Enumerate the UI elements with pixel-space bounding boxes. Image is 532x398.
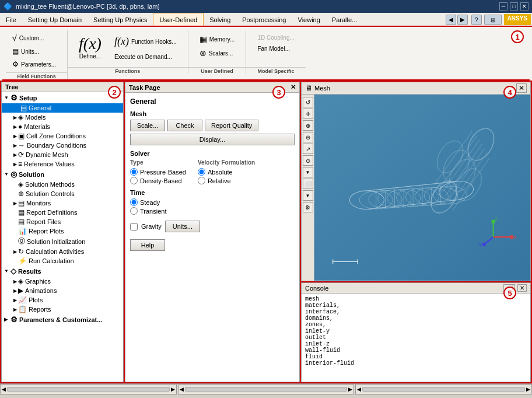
tool-select[interactable]: ↗ (303, 144, 313, 154)
tool-down-arrow[interactable]: ▼ (303, 167, 313, 177)
ribbon-execute-demand-btn[interactable]: Execute on Demand... (110, 52, 181, 62)
tool-pan[interactable]: ✛ (303, 109, 313, 119)
tool-zoom-in[interactable]: ⊕ (303, 120, 313, 131)
tree-item-report-plots[interactable]: 📊 Report Plots (2, 226, 123, 236)
menu-setup-domain[interactable]: Setting Up Domain (22, 13, 88, 26)
tree-hscroll[interactable]: ◀ ▶ (0, 384, 177, 394)
absolute-radio[interactable]: Absolute (198, 168, 255, 176)
console-line: inlet-y (305, 328, 527, 334)
mesh-section-label: Mesh (130, 110, 295, 117)
tree-item-materials[interactable]: ▶ ● Materials (2, 122, 123, 131)
mesh-icon: 🖥 (305, 84, 312, 92)
help-button[interactable]: ? (471, 15, 482, 25)
tree-item-reference[interactable]: ▶ ≡ Reference Values (2, 159, 123, 169)
tree-item-general[interactable]: ▤ General (2, 103, 123, 113)
ribbon-function-hooks-btn[interactable]: f(x) Function Hooks... (110, 33, 181, 51)
ribbon-fan-model-btn[interactable]: Fan Model... (253, 44, 298, 54)
report-quality-btn[interactable]: Report Quality (205, 120, 258, 131)
ansys-logo: ANSYS (504, 14, 531, 25)
right-hscroll[interactable]: ◀ ▶ (355, 384, 532, 394)
ribbon-memory-btn[interactable]: ▦ Memory... (195, 33, 239, 46)
right-scroll-track[interactable] (362, 387, 525, 392)
mesh-close-btn[interactable]: ✕ (516, 83, 527, 93)
tree-item-run-calc[interactable]: ⚡ Run Calculation (2, 256, 123, 266)
relative-radio[interactable]: Relative (198, 177, 255, 184)
console-line: mesh (305, 296, 527, 302)
tree-item-models[interactable]: ▶ ◈ Models (2, 113, 123, 122)
gravity-checkbox[interactable] (130, 223, 138, 231)
tree-item-parameters[interactable]: ▶ ⚙ Parameters & Customizat... (2, 314, 123, 325)
velocity-group: Velocity Formulation Absolute Relative (198, 159, 255, 184)
close-button[interactable]: ✕ (520, 2, 528, 11)
tool-screenshot[interactable]: ⬜ (303, 179, 313, 189)
ribbon-field-functions-label: Field Functions (6, 72, 67, 79)
ribbon-parameters-btn[interactable]: ⚙ Parameters... (8, 58, 60, 70)
tree-scroll-track[interactable] (7, 387, 170, 392)
tree-item-results[interactable]: ▼ ◇ Results (2, 266, 123, 277)
type-group: Type Pressure-Based Density-Based (130, 159, 186, 184)
ribbon-1d-coupling-btn[interactable]: 1D Coupling... (253, 33, 298, 43)
tool-down-arrow2[interactable]: ▼ (303, 190, 313, 201)
console-title: Console (305, 285, 328, 292)
minimize-button[interactable]: ─ (499, 2, 508, 11)
menu-parallel[interactable]: Paralle... (326, 13, 363, 26)
tree-item-solution-init[interactable]: ⓪ Solution Initialization (2, 236, 123, 247)
ribbon-define-btn[interactable]: f(x) Define... (75, 33, 106, 62)
console-close-btn[interactable]: ✕ (517, 284, 527, 292)
tree-item-monitors[interactable]: ▶ ▤ Monitors (2, 198, 123, 208)
density-based-radio[interactable]: Density-Based (130, 177, 186, 184)
check-btn[interactable]: Check (167, 120, 202, 131)
task-hscroll[interactable]: ◀ ▶ (178, 384, 355, 394)
tree-item-plots[interactable]: ▶ 📈 Plots (2, 295, 123, 305)
type-label: Type (130, 159, 186, 166)
tree-item-animations[interactable]: ▶ ▶ Animations (2, 286, 123, 295)
layout-button[interactable]: ⊞ (484, 15, 502, 25)
main-layout: Tree ▼ ⚙ Setup ▤ General ▶ ◈ Models ▶ ● (0, 81, 532, 383)
menu-solving[interactable]: Solving (204, 13, 236, 26)
tool-refresh[interactable]: ↺ (303, 97, 313, 107)
console-body[interactable]: mesh materials, interface, domains, zone… (302, 294, 530, 382)
tree-item-solution[interactable]: ▼ ◎ Solution (2, 169, 123, 180)
tool-zoom-fit[interactable]: ⊙ (303, 155, 313, 166)
tree-item-solution-methods[interactable]: ◈ Solution Methods (2, 180, 123, 189)
menu-file[interactable]: File (0, 13, 22, 26)
tool-zoom-out[interactable]: ⊖ (303, 132, 313, 142)
ribbon-units-btn[interactable]: ▤ Units... (8, 46, 60, 57)
tool-settings[interactable]: ⚙ (303, 202, 313, 212)
nav-back-button[interactable]: ◀ (446, 15, 456, 25)
menu-postprocessing[interactable]: Postprocessing (236, 13, 292, 26)
scale-btn[interactable]: Scale... (130, 120, 165, 131)
transient-radio[interactable]: Transient (130, 207, 295, 215)
tree-item-boundary[interactable]: ▶ ↔ Boundary Conditions (2, 141, 123, 150)
ribbon-scalars-btn[interactable]: ⊗ Scalars... (195, 47, 239, 60)
steady-radio[interactable]: Steady (130, 198, 295, 206)
tree-item-reports[interactable]: ▶ 📋 Reports (2, 305, 123, 314)
gravity-units-btn[interactable]: Units... (165, 221, 200, 232)
tree-item-solution-controls[interactable]: ⊕ Solution Controls (2, 189, 123, 198)
tree-item-calc-activities[interactable]: ▶ ↻ Calculation Activities (2, 247, 123, 256)
tree-header: Tree (2, 82, 123, 92)
task-scroll-track[interactable] (185, 387, 348, 392)
menu-viewing[interactable]: Viewing (292, 13, 326, 26)
task-close-btn[interactable]: ✕ (290, 83, 296, 91)
tree-item-graphics[interactable]: ▶ ◈ Graphics (2, 277, 123, 286)
ribbon-group-field-functions: √ Custom... ▤ Units... ⚙ Parameters... F… (6, 30, 68, 79)
menu-setup-physics[interactable]: Setting Up Physics (88, 13, 153, 26)
nav-forward-button[interactable]: ▶ (457, 15, 468, 25)
help-btn[interactable]: Help (130, 239, 165, 251)
menu-user-defined[interactable]: User-Defined (153, 13, 204, 26)
tree-item-report-definitions[interactable]: ▤ Report Definitions (2, 208, 123, 217)
mesh-view[interactable]: X Z Y (314, 95, 530, 281)
tree-item-setup[interactable]: ▼ ⚙ Setup (2, 92, 123, 103)
tree-item-dynamic-mesh[interactable]: ▶ ⟳ Dynamic Mesh (2, 150, 123, 159)
ribbon-custom-btn[interactable]: √ Custom... (8, 32, 60, 44)
tree-item-report-files[interactable]: ▤ Report Files (2, 217, 123, 226)
pressure-based-radio[interactable]: Pressure-Based (130, 168, 186, 176)
tree-item-cell-zone[interactable]: ▶ ▣ Cell Zone Conditions (2, 131, 123, 141)
display-btn[interactable]: Display... (130, 134, 295, 145)
console-line: inlet-z (305, 341, 527, 347)
maximize-button[interactable]: □ (510, 2, 518, 11)
console-line: interface, (305, 309, 527, 315)
bottom-bar: ◀ ▶ ◀ ▶ ◀ ▶ (0, 383, 532, 394)
time-group: Steady Transient (130, 198, 295, 215)
